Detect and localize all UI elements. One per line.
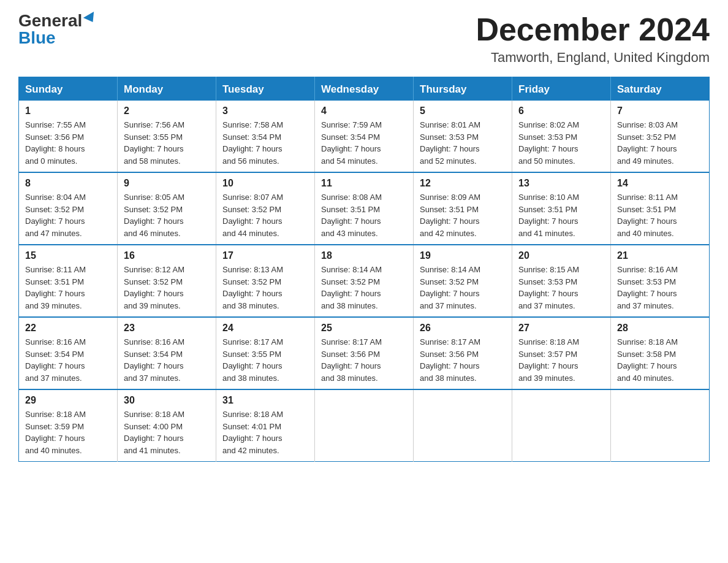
day-info: Sunrise: 8:14 AM Sunset: 3:52 PM Dayligh… <box>420 264 506 312</box>
header-cell-tuesday: Tuesday <box>216 77 315 101</box>
day-number: 10 <box>222 178 308 189</box>
day-info: Sunrise: 7:59 AM Sunset: 3:54 PM Dayligh… <box>321 119 407 167</box>
day-info: Sunrise: 8:14 AM Sunset: 3:52 PM Dayligh… <box>321 264 407 312</box>
day-info: Sunrise: 8:02 AM Sunset: 3:53 PM Dayligh… <box>518 119 604 167</box>
day-info: Sunrise: 8:12 AM Sunset: 3:52 PM Dayligh… <box>124 264 210 312</box>
header-row: SundayMondayTuesdayWednesdayThursdayFrid… <box>19 77 710 101</box>
day-number: 2 <box>124 105 210 117</box>
calendar-cell: 2Sunrise: 7:56 AM Sunset: 3:55 PM Daylig… <box>118 101 216 172</box>
day-number: 26 <box>420 323 506 334</box>
day-info: Sunrise: 8:18 AM Sunset: 3:59 PM Dayligh… <box>25 408 111 456</box>
day-number: 3 <box>222 105 308 117</box>
header-cell-monday: Monday <box>118 77 216 101</box>
calendar-cell: 10Sunrise: 8:07 AM Sunset: 3:52 PM Dayli… <box>216 172 315 245</box>
day-number: 24 <box>222 323 308 334</box>
day-number: 17 <box>222 250 308 261</box>
day-info: Sunrise: 7:55 AM Sunset: 3:56 PM Dayligh… <box>25 119 111 167</box>
day-number: 5 <box>420 105 506 117</box>
day-info: Sunrise: 8:17 AM Sunset: 3:56 PM Dayligh… <box>321 336 407 384</box>
header-cell-thursday: Thursday <box>414 77 512 101</box>
day-number: 25 <box>321 323 407 334</box>
day-info: Sunrise: 8:04 AM Sunset: 3:52 PM Dayligh… <box>25 191 111 239</box>
day-info: Sunrise: 7:56 AM Sunset: 3:55 PM Dayligh… <box>124 119 210 167</box>
calendar-cell: 3Sunrise: 7:58 AM Sunset: 3:54 PM Daylig… <box>216 101 315 172</box>
header-cell-friday: Friday <box>512 77 611 101</box>
day-number: 23 <box>124 323 210 334</box>
calendar-cell: 29Sunrise: 8:18 AM Sunset: 3:59 PM Dayli… <box>19 389 118 462</box>
calendar-cell: 23Sunrise: 8:16 AM Sunset: 3:54 PM Dayli… <box>118 317 216 389</box>
calendar-cell: 25Sunrise: 8:17 AM Sunset: 3:56 PM Dayli… <box>315 317 414 389</box>
day-info: Sunrise: 8:10 AM Sunset: 3:51 PM Dayligh… <box>518 191 604 239</box>
day-info: Sunrise: 8:18 AM Sunset: 4:01 PM Dayligh… <box>222 408 308 456</box>
calendar-cell: 11Sunrise: 8:08 AM Sunset: 3:51 PM Dayli… <box>315 172 414 245</box>
day-number: 16 <box>124 250 210 261</box>
day-number: 11 <box>321 178 407 189</box>
day-info: Sunrise: 8:18 AM Sunset: 4:00 PM Dayligh… <box>124 408 210 456</box>
day-number: 9 <box>124 178 210 189</box>
calendar-cell: 17Sunrise: 8:13 AM Sunset: 3:52 PM Dayli… <box>216 245 315 317</box>
calendar-cell: 8Sunrise: 8:04 AM Sunset: 3:52 PM Daylig… <box>19 172 118 245</box>
week-row-3: 15Sunrise: 8:11 AM Sunset: 3:51 PM Dayli… <box>19 245 710 317</box>
week-row-5: 29Sunrise: 8:18 AM Sunset: 3:59 PM Dayli… <box>19 389 710 462</box>
day-info: Sunrise: 8:11 AM Sunset: 3:51 PM Dayligh… <box>25 264 111 312</box>
day-info: Sunrise: 8:07 AM Sunset: 3:52 PM Dayligh… <box>222 191 308 239</box>
day-number: 7 <box>617 105 703 117</box>
calendar-cell: 19Sunrise: 8:14 AM Sunset: 3:52 PM Dayli… <box>414 245 512 317</box>
calendar-cell: 24Sunrise: 8:17 AM Sunset: 3:55 PM Dayli… <box>216 317 315 389</box>
day-info: Sunrise: 8:01 AM Sunset: 3:53 PM Dayligh… <box>420 119 506 167</box>
calendar-title: December 2024 <box>476 12 710 47</box>
title-section: December 2024 Tamworth, England, United … <box>476 12 710 66</box>
week-row-4: 22Sunrise: 8:16 AM Sunset: 3:54 PM Dayli… <box>19 317 710 389</box>
day-number: 18 <box>321 250 407 261</box>
day-number: 12 <box>420 178 506 189</box>
day-info: Sunrise: 8:09 AM Sunset: 3:51 PM Dayligh… <box>420 191 506 239</box>
day-number: 14 <box>617 178 703 189</box>
day-number: 6 <box>518 105 604 117</box>
logo: General Blue <box>18 12 97 47</box>
calendar-table: SundayMondayTuesdayWednesdayThursdayFrid… <box>18 77 710 462</box>
calendar-cell: 7Sunrise: 8:03 AM Sunset: 3:52 PM Daylig… <box>611 101 710 172</box>
day-number: 8 <box>25 178 111 189</box>
calendar-body: 1Sunrise: 7:55 AM Sunset: 3:56 PM Daylig… <box>19 101 710 462</box>
day-number: 22 <box>25 323 111 334</box>
calendar-cell: 9Sunrise: 8:05 AM Sunset: 3:52 PM Daylig… <box>118 172 216 245</box>
calendar-cell <box>315 389 414 462</box>
header-cell-sunday: Sunday <box>19 77 118 101</box>
day-info: Sunrise: 8:16 AM Sunset: 3:53 PM Dayligh… <box>617 264 703 312</box>
calendar-cell <box>512 389 611 462</box>
calendar-cell: 6Sunrise: 8:02 AM Sunset: 3:53 PM Daylig… <box>512 101 611 172</box>
calendar-cell: 18Sunrise: 8:14 AM Sunset: 3:52 PM Dayli… <box>315 245 414 317</box>
header-cell-saturday: Saturday <box>611 77 710 101</box>
day-number: 13 <box>518 178 604 189</box>
day-number: 21 <box>617 250 703 261</box>
day-info: Sunrise: 8:13 AM Sunset: 3:52 PM Dayligh… <box>222 264 308 312</box>
logo-blue-text: Blue <box>18 29 56 47</box>
calendar-cell: 12Sunrise: 8:09 AM Sunset: 3:51 PM Dayli… <box>414 172 512 245</box>
day-info: Sunrise: 8:16 AM Sunset: 3:54 PM Dayligh… <box>124 336 210 384</box>
calendar-cell: 15Sunrise: 8:11 AM Sunset: 3:51 PM Dayli… <box>19 245 118 317</box>
calendar-cell: 31Sunrise: 8:18 AM Sunset: 4:01 PM Dayli… <box>216 389 315 462</box>
day-number: 31 <box>222 395 308 406</box>
day-info: Sunrise: 8:17 AM Sunset: 3:56 PM Dayligh… <box>420 336 506 384</box>
day-info: Sunrise: 8:18 AM Sunset: 3:57 PM Dayligh… <box>518 336 604 384</box>
day-info: Sunrise: 8:08 AM Sunset: 3:51 PM Dayligh… <box>321 191 407 239</box>
day-number: 4 <box>321 105 407 117</box>
header-cell-wednesday: Wednesday <box>315 77 414 101</box>
calendar-cell: 27Sunrise: 8:18 AM Sunset: 3:57 PM Dayli… <box>512 317 611 389</box>
day-number: 29 <box>25 395 111 406</box>
day-number: 27 <box>518 323 604 334</box>
calendar-cell: 4Sunrise: 7:59 AM Sunset: 3:54 PM Daylig… <box>315 101 414 172</box>
week-row-1: 1Sunrise: 7:55 AM Sunset: 3:56 PM Daylig… <box>19 101 710 172</box>
day-info: Sunrise: 7:58 AM Sunset: 3:54 PM Dayligh… <box>222 119 308 167</box>
page-header: General Blue December 2024 Tamworth, Eng… <box>18 12 710 66</box>
day-info: Sunrise: 8:03 AM Sunset: 3:52 PM Dayligh… <box>617 119 703 167</box>
day-number: 15 <box>25 250 111 261</box>
day-number: 1 <box>25 105 111 117</box>
calendar-cell: 16Sunrise: 8:12 AM Sunset: 3:52 PM Dayli… <box>118 245 216 317</box>
calendar-cell: 26Sunrise: 8:17 AM Sunset: 3:56 PM Dayli… <box>414 317 512 389</box>
day-info: Sunrise: 8:16 AM Sunset: 3:54 PM Dayligh… <box>25 336 111 384</box>
calendar-header: SundayMondayTuesdayWednesdayThursdayFrid… <box>19 77 710 101</box>
week-row-2: 8Sunrise: 8:04 AM Sunset: 3:52 PM Daylig… <box>19 172 710 245</box>
calendar-cell: 28Sunrise: 8:18 AM Sunset: 3:58 PM Dayli… <box>611 317 710 389</box>
calendar-cell: 20Sunrise: 8:15 AM Sunset: 3:53 PM Dayli… <box>512 245 611 317</box>
